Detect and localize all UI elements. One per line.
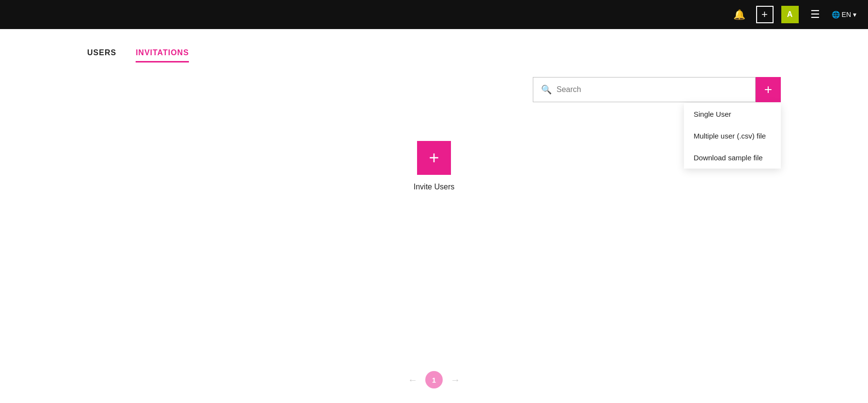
topbar-add-button[interactable]: + <box>756 6 774 23</box>
invite-users-button[interactable]: + <box>417 141 451 175</box>
language-selector[interactable]: 🌐 EN ▾ <box>832 11 856 18</box>
menu-icon[interactable]: ☰ <box>806 6 824 23</box>
invite-label: Invite Users <box>414 183 454 191</box>
center-content: + Invite Users <box>87 141 781 191</box>
dropdown-item-single-user[interactable]: Single User <box>684 103 781 125</box>
chevron-down-icon: ▾ <box>853 11 856 18</box>
topbar: 🔔 + A ☰ 🌐 EN ▾ <box>0 0 868 29</box>
main-content: USERS INVITATIONS 🔍 + Single User Multip… <box>0 29 868 211</box>
dropdown-item-multiple-user[interactable]: Multiple user (.csv) file <box>684 125 781 147</box>
search-icon: 🔍 <box>541 84 552 95</box>
add-invite-button[interactable]: + <box>756 77 781 102</box>
search-row: 🔍 + Single User Multiple user (.csv) fil… <box>87 77 781 102</box>
lang-label: EN <box>842 11 851 18</box>
tab-bar: USERS INVITATIONS <box>87 48 781 62</box>
tab-invitations[interactable]: INVITATIONS <box>136 48 189 62</box>
globe-icon: 🌐 <box>832 11 840 18</box>
avatar[interactable]: A <box>781 6 799 23</box>
dropdown-item-download-sample[interactable]: Download sample file <box>684 147 781 169</box>
notification-icon[interactable]: 🔔 <box>731 6 748 23</box>
tab-users[interactable]: USERS <box>87 48 116 62</box>
search-input[interactable] <box>557 85 747 94</box>
dropdown-menu: Single User Multiple user (.csv) file Do… <box>684 103 781 169</box>
search-box: 🔍 <box>533 77 756 102</box>
